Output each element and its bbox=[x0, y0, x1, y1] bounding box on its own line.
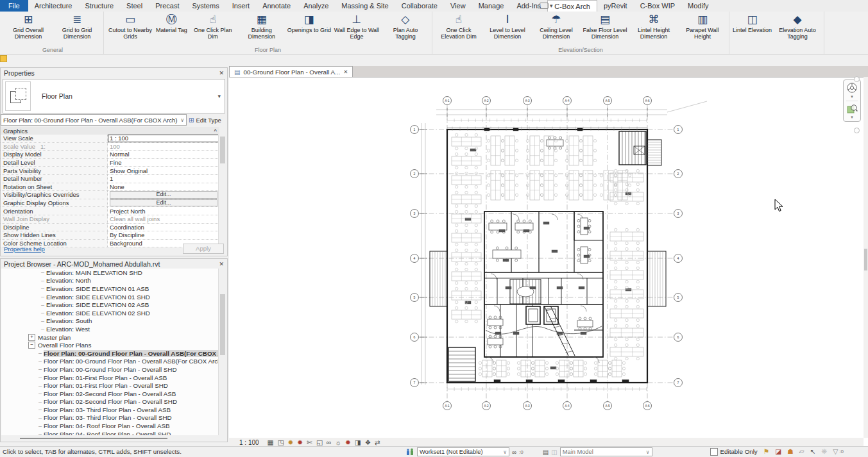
tree-item[interactable]: – Floor Plan: 04- Roof Floor Plan - Over… bbox=[1, 422, 219, 430]
ribbon-tab[interactable]: pyRevit bbox=[597, 0, 634, 12]
tree-toggle-icon[interactable]: – bbox=[41, 269, 44, 276]
tree-toggle-icon[interactable]: – bbox=[41, 285, 44, 292]
tree-toggle-icon[interactable]: – bbox=[38, 406, 42, 413]
tree-item[interactable]: – Elevation: South bbox=[1, 317, 219, 326]
tree-item[interactable]: – Floor Plan: 00-Ground Floor Plan - Ove… bbox=[1, 358, 219, 366]
edit-type-button[interactable]: ⊞ Edit Type bbox=[187, 117, 227, 124]
ribbon-button[interactable]: ⊞ Grid Overall Dimension bbox=[4, 12, 53, 40]
worksharing-display-icon[interactable]: ▤ bbox=[543, 448, 549, 456]
view-tab[interactable]: ▤ 00-Ground Floor Plan - Overall A... ✕ bbox=[229, 66, 353, 77]
tree-item[interactable]: – Elevation: SIDE ELEVATION 01 SHD bbox=[1, 293, 219, 301]
select-links-icon[interactable]: ⚑ bbox=[763, 447, 769, 456]
ribbon-button[interactable]: ◨ Openings to Grid bbox=[286, 12, 332, 34]
navbar-options-icon[interactable] bbox=[854, 76, 860, 82]
detail-level-icon[interactable]: ▦ bbox=[268, 438, 274, 447]
reveal-constraints-icon[interactable]: ⇄ bbox=[375, 438, 380, 447]
ribbon-button[interactable]: ▥ Parapet Wall Height bbox=[678, 12, 727, 40]
tree-item[interactable]: – Floor Plan: 00-Ground Floor Plan - Ove… bbox=[1, 349, 219, 358]
ribbon-tab[interactable]: Architecture bbox=[28, 0, 79, 12]
design-option-selector[interactable]: Main Model ∨ bbox=[560, 447, 652, 456]
property-value[interactable]: 1 bbox=[108, 175, 219, 183]
tree-item[interactable]: – Floor Plan: 03- Third Floor Plan - Ove… bbox=[1, 414, 219, 422]
ribbon-tab[interactable]: Steel bbox=[120, 0, 149, 12]
browser-vertical-scrollbar[interactable] bbox=[218, 269, 226, 435]
graphics-section-header[interactable]: Graphics ^ bbox=[1, 127, 219, 135]
crop-region-visibility-icon[interactable]: ◱ bbox=[316, 438, 323, 447]
tree-item[interactable]: – Floor Plan: 02-Second Floor Plan - Ove… bbox=[1, 390, 219, 398]
render-icon[interactable]: ✹ bbox=[345, 438, 351, 447]
ribbon-tab[interactable]: Manage bbox=[472, 0, 511, 12]
filter-icon[interactable]: ▽ bbox=[833, 447, 838, 456]
tree-toggle-icon[interactable]: – bbox=[38, 415, 42, 421]
ribbon-tab[interactable]: Massing & Site bbox=[335, 0, 395, 12]
instance-selector[interactable]: Floor Plan: 00-Ground Floor Plan - Overa… bbox=[1, 114, 187, 126]
editable-only-checkbox[interactable] bbox=[710, 447, 718, 455]
editing-requests-icon[interactable]: ∞ bbox=[512, 448, 516, 456]
steering-wheel-icon[interactable] bbox=[846, 82, 858, 94]
canvas-vertical-scrollbar[interactable] bbox=[864, 77, 868, 438]
ribbon-tab[interactable]: Modify bbox=[681, 0, 715, 12]
crop-view-icon[interactable]: ✄ bbox=[307, 438, 312, 447]
property-value[interactable]: By Discipline bbox=[108, 231, 219, 239]
ribbon-tab[interactable]: C-Box Arch bbox=[547, 0, 597, 12]
property-value[interactable]: Show Original bbox=[108, 167, 219, 174]
tree-item[interactable]: – Elevation: SIDE ELEVATION 02 ASB bbox=[1, 301, 219, 309]
ribbon-tab[interactable]: File bbox=[0, 0, 28, 12]
chevron-down-icon[interactable]: ▾ bbox=[851, 94, 853, 99]
tree-toggle-icon[interactable]: – bbox=[38, 350, 42, 356]
property-value[interactable]: None bbox=[108, 183, 219, 191]
ribbon-button[interactable]: ◇ Plan Auto Tagging bbox=[381, 12, 430, 40]
ribbon-button[interactable]: ≣ Grid to Grid Dimension bbox=[53, 12, 101, 40]
select-underlay-elements-icon[interactable]: ◪ bbox=[775, 447, 781, 456]
tree-toggle-icon[interactable]: – bbox=[38, 366, 42, 372]
tree-item[interactable]: – Floor Plan: 01-First Floor Plan - Over… bbox=[1, 374, 219, 382]
tree-toggle-icon[interactable]: – bbox=[38, 431, 42, 435]
tree-item[interactable]: − Overall Floor Plans bbox=[1, 341, 219, 349]
tree-toggle-icon[interactable]: – bbox=[41, 302, 44, 308]
ribbon-button[interactable]: ▦ Building Dimension bbox=[237, 12, 286, 40]
tree-item[interactable]: – Floor Plan: 02-Second Floor Plan - Ove… bbox=[1, 398, 219, 406]
navbar-options-icon[interactable] bbox=[854, 128, 860, 133]
property-value[interactable]: Clean all wall joins bbox=[108, 215, 219, 223]
tree-toggle-icon[interactable]: – bbox=[41, 318, 44, 324]
reveal-hidden-elements-icon[interactable]: ∞ bbox=[327, 438, 332, 447]
ribbon-button[interactable]: ☂ Ceiling Level Dimension bbox=[532, 12, 581, 40]
ribbon-tab[interactable]: Structure bbox=[78, 0, 120, 12]
property-value[interactable]: Edit... bbox=[108, 191, 219, 199]
ribbon-tab[interactable]: Annotate bbox=[256, 0, 297, 12]
worksharing-display-icon[interactable]: ❖ bbox=[365, 438, 371, 447]
properties-scrollbar[interactable] bbox=[218, 135, 226, 247]
type-selector[interactable]: Floor Plan ▾ bbox=[3, 79, 225, 113]
property-value[interactable]: Fine bbox=[108, 159, 219, 167]
chevron-down-icon[interactable]: ▾ bbox=[851, 115, 853, 119]
apply-button[interactable]: Apply bbox=[183, 244, 224, 254]
property-value[interactable]: Project North bbox=[108, 207, 219, 215]
close-icon[interactable]: ✕ bbox=[219, 261, 224, 267]
tree-toggle-icon[interactable]: – bbox=[41, 294, 44, 300]
ribbon-display-toggle[interactable]: ▾ bbox=[540, 3, 553, 9]
floor-plan-canvas[interactable]: A-1A-1A-2A-2A-3A-3A-4A-4A-5A-5A-6A-61122… bbox=[229, 77, 864, 438]
tree-item[interactable]: – Floor Plan: 00-Ground Floor Plan - Ove… bbox=[1, 365, 219, 374]
ribbon-button[interactable]: ◆ Elevation Auto Tagging bbox=[773, 12, 822, 40]
workset-selector[interactable]: Workset1 (Not Editable) ∨ bbox=[417, 447, 509, 456]
properties-help-link[interactable]: Properties help bbox=[4, 245, 45, 253]
ribbon-tab[interactable]: Precast bbox=[149, 0, 185, 12]
temporary-view-properties-icon[interactable]: ◨ bbox=[355, 438, 361, 447]
tree-toggle-icon[interactable]: – bbox=[38, 423, 42, 429]
ribbon-tab[interactable]: Collaborate bbox=[395, 0, 444, 12]
tree-toggle-icon[interactable]: – bbox=[38, 399, 42, 405]
ribbon-button[interactable]: ☝ One Click Plan Dim bbox=[189, 12, 237, 40]
ribbon-tab[interactable]: C-Box WIP bbox=[634, 0, 681, 12]
ribbon-tab[interactable]: Insert bbox=[226, 0, 257, 12]
select-pinned-elements-icon[interactable]: ☗ bbox=[787, 447, 793, 456]
tree-item[interactable]: – Elevation: MAIN ELEVATION SHD bbox=[1, 269, 219, 277]
ribbon-button[interactable]: ☝ One Click Elevation Dim bbox=[434, 12, 483, 40]
ribbon-tab[interactable]: View bbox=[444, 0, 472, 12]
ribbon-button[interactable]: ◫ Lintel Elevation bbox=[731, 12, 773, 34]
ribbon-button[interactable]: ⊥ Wall Edge to Wall Edge bbox=[332, 12, 381, 40]
property-value[interactable]: 100 bbox=[108, 143, 219, 151]
tree-toggle-icon[interactable]: – bbox=[38, 374, 42, 381]
view-scale-control[interactable]: 1 : 100 bbox=[239, 439, 259, 446]
sun-path-icon[interactable]: ✹ bbox=[287, 438, 293, 447]
tree-item[interactable]: – Floor Plan: 03- Third Floor Plan - Ove… bbox=[1, 406, 219, 414]
